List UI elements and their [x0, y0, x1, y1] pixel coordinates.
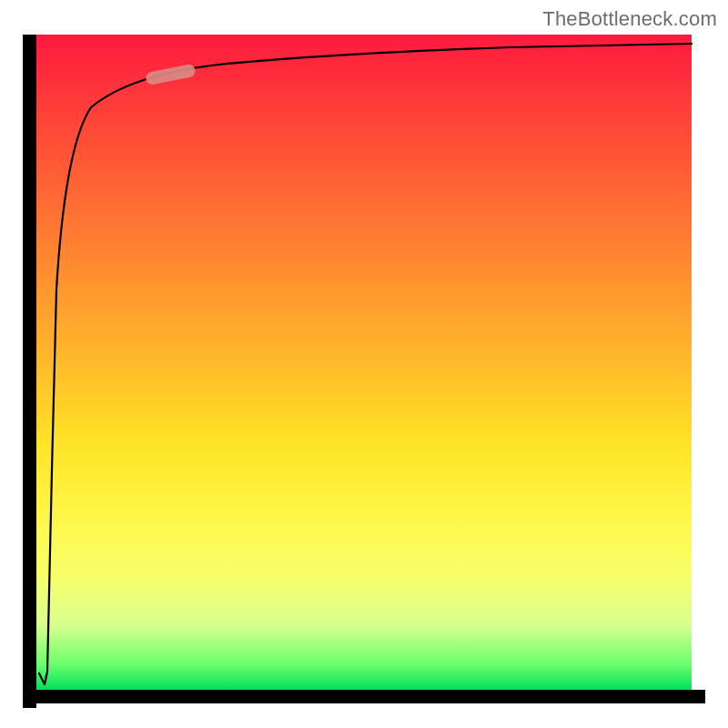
bottleneck-curve [39, 44, 692, 684]
x-axis-bar [23, 690, 705, 703]
chart-frame: TheBottleneck.com [0, 0, 728, 728]
y-axis-bar [23, 35, 36, 708]
highlight-marker [145, 64, 197, 86]
chart-curve-svg [36, 35, 692, 690]
watermark-label: TheBottleneck.com [542, 7, 717, 31]
